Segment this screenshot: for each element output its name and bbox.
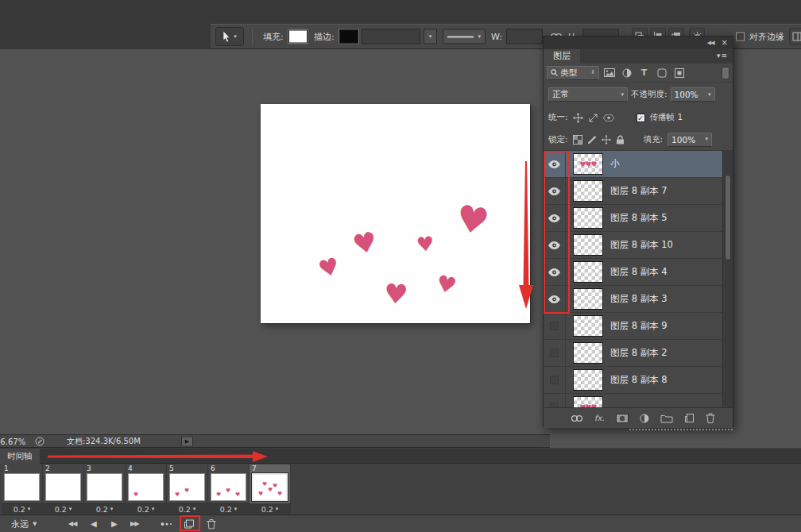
tween-button[interactable] bbox=[161, 521, 173, 527]
animation-frame-1[interactable]: 10.2▾ bbox=[2, 465, 43, 515]
layer-thumbnail[interactable] bbox=[573, 288, 603, 310]
workspace-panel-icon[interactable] bbox=[789, 28, 801, 45]
previous-frame-button[interactable]: ◀ bbox=[91, 520, 97, 528]
frame-delay-dropdown[interactable]: 0.2▾ bbox=[250, 503, 290, 515]
status-options-arrow-button[interactable]: ▶ bbox=[181, 436, 193, 446]
next-frame-button[interactable]: ▶▶ bbox=[130, 521, 138, 527]
document-size-info[interactable]: 文档:324.3K/6.50M bbox=[67, 436, 141, 447]
layer-row[interactable]: 图层 8 副本 5 bbox=[544, 205, 733, 232]
layer-row[interactable]: 图层 8 副本 9 bbox=[544, 313, 733, 340]
animation-frame-3[interactable]: 30.2▾ bbox=[84, 465, 126, 515]
layer-thumbnail[interactable] bbox=[573, 180, 603, 202]
animation-frame-5[interactable]: 5♥♥0.2▾ bbox=[167, 465, 208, 515]
animation-frame-7[interactable]: 7♥♥♥♥♥0.2▾ bbox=[250, 465, 291, 515]
layer-row[interactable]: ♥♥♥ bbox=[544, 394, 733, 407]
filter-type-dropdown[interactable]: 类型 ⇕ bbox=[547, 66, 599, 80]
frame-thumbnail[interactable] bbox=[4, 473, 40, 501]
zoom-level-value[interactable]: 16.67% bbox=[0, 437, 25, 445]
layer-thumbnail[interactable] bbox=[573, 342, 603, 364]
layers-scrollbar[interactable] bbox=[722, 151, 733, 407]
panel-titlebar: ◀◀ × bbox=[544, 37, 733, 49]
lock-transparency-icon[interactable] bbox=[573, 135, 582, 145]
new-layer-icon[interactable] bbox=[684, 413, 695, 423]
new-group-folder-icon[interactable] bbox=[660, 414, 673, 423]
scrollbar-thumb[interactable] bbox=[725, 175, 731, 260]
panel-resize-grip[interactable] bbox=[629, 429, 733, 430]
layer-thumbnail[interactable] bbox=[573, 234, 603, 256]
delete-frame-trash-icon[interactable] bbox=[207, 519, 216, 529]
adjustment-filter-icon[interactable] bbox=[619, 66, 634, 80]
smart-object-filter-icon[interactable] bbox=[671, 66, 687, 80]
layer-thumbnail[interactable] bbox=[573, 207, 603, 229]
layer-thumbnail[interactable]: ♥♥♥ bbox=[573, 153, 603, 175]
frame-thumbnail[interactable]: ♥♥ bbox=[169, 473, 205, 501]
unify-transform-icon[interactable] bbox=[588, 113, 598, 123]
frame-delay-dropdown[interactable]: 0.2▾ bbox=[208, 503, 249, 515]
link-layers-icon[interactable] bbox=[571, 414, 583, 422]
layer-thumbnail[interactable]: ♥♥♥ bbox=[573, 396, 603, 407]
layer-visibility-toggle[interactable] bbox=[544, 313, 566, 339]
stroke-width-field[interactable] bbox=[362, 29, 420, 44]
fill-dropdown[interactable]: 100%▾ bbox=[668, 133, 712, 147]
panel-menu-icon[interactable]: ▾≡ bbox=[717, 52, 728, 60]
first-frame-button[interactable]: ◀◀ bbox=[68, 521, 76, 527]
pixel-filter-icon[interactable] bbox=[602, 66, 617, 80]
stroke-color-swatch[interactable] bbox=[339, 30, 358, 44]
path-selection-tool-button[interactable]: ▾ bbox=[215, 27, 244, 46]
frame-delay-dropdown[interactable]: 0.2▾ bbox=[43, 503, 83, 515]
layer-row[interactable]: ♥♥♥小 bbox=[544, 151, 733, 178]
layer-thumbnail[interactable] bbox=[573, 315, 603, 337]
shape-filter-icon[interactable] bbox=[654, 66, 669, 80]
animation-frame-2[interactable]: 20.2▾ bbox=[43, 465, 84, 515]
frame-thumbnail[interactable] bbox=[45, 473, 81, 501]
collapse-panel-icon[interactable]: ◀◀ bbox=[707, 40, 714, 46]
layer-row[interactable]: 图层 8 副本 10 bbox=[544, 232, 733, 259]
frame-delay-dropdown[interactable]: 0.2▾ bbox=[2, 503, 42, 515]
layer-thumbnail[interactable] bbox=[573, 369, 603, 391]
stroke-width-dropdown[interactable]: ▾ bbox=[424, 29, 437, 44]
frame-delay-dropdown[interactable]: 0.2▾ bbox=[126, 503, 166, 515]
loop-count-dropdown[interactable]: 永远 ▼ bbox=[11, 518, 37, 530]
frame-thumbnail[interactable]: ♥ bbox=[128, 473, 164, 501]
fill-color-swatch[interactable] bbox=[288, 30, 308, 44]
play-button[interactable]: ▶ bbox=[111, 520, 118, 528]
layer-row[interactable]: 图层 8 副本 2 bbox=[544, 340, 733, 367]
shape-width-input[interactable] bbox=[506, 29, 543, 44]
delete-layer-trash-icon[interactable] bbox=[706, 413, 715, 423]
frame-delay-dropdown[interactable]: 0.2▾ bbox=[167, 503, 207, 515]
layer-visibility-toggle[interactable] bbox=[544, 340, 566, 366]
close-panel-icon[interactable]: × bbox=[722, 39, 728, 47]
layer-row[interactable]: 图层 8 副本 4 bbox=[544, 259, 733, 286]
animation-frame-6[interactable]: 6♥♥♥0.2▾ bbox=[208, 465, 250, 515]
stroke-type-dropdown[interactable]: ▾ bbox=[443, 29, 486, 44]
layer-visibility-toggle[interactable] bbox=[544, 367, 566, 393]
lock-pixels-brush-icon[interactable] bbox=[587, 135, 597, 145]
frame-delay-dropdown[interactable]: 0.2▾ bbox=[84, 503, 125, 515]
layer-style-fx-icon[interactable]: fx. bbox=[594, 414, 605, 422]
frame-thumbnail[interactable] bbox=[87, 473, 122, 501]
filtering-on-off-toggle[interactable] bbox=[722, 67, 729, 79]
unify-position-icon[interactable] bbox=[573, 113, 583, 123]
canvas-document[interactable]: ♥♥♥♥♥♥ bbox=[261, 104, 530, 323]
align-edges-checkbox[interactable] bbox=[736, 33, 745, 41]
layer-thumbnail[interactable] bbox=[573, 261, 603, 283]
frame-thumbnail[interactable]: ♥♥♥ bbox=[211, 473, 246, 501]
opacity-dropdown[interactable]: 100%▾ bbox=[671, 87, 715, 102]
blend-mode-dropdown[interactable]: 正常▾ bbox=[548, 87, 628, 102]
unify-visibility-icon[interactable] bbox=[603, 114, 614, 121]
lock-position-icon[interactable] bbox=[602, 135, 611, 145]
layer-visibility-toggle[interactable] bbox=[544, 394, 566, 407]
animation-frame-4[interactable]: 4♥0.2▾ bbox=[126, 465, 167, 515]
propagate-frame-checkbox[interactable]: ✓ bbox=[637, 114, 645, 122]
layer-row[interactable]: 图层 8 副本 8 bbox=[544, 367, 733, 394]
layer-row[interactable]: 图层 8 副本 7 bbox=[544, 178, 733, 205]
tab-timeline[interactable]: 时间轴 bbox=[0, 449, 40, 464]
new-adjustment-layer-icon[interactable] bbox=[640, 414, 649, 423]
type-filter-icon[interactable]: T bbox=[637, 66, 652, 80]
tab-layers[interactable]: 图层 bbox=[544, 49, 580, 64]
frame-thumbnail[interactable]: ♥♥♥♥♥ bbox=[252, 473, 288, 501]
layer-row[interactable]: 图层 8 副本 3 bbox=[544, 286, 733, 313]
add-layer-mask-icon[interactable] bbox=[616, 414, 629, 423]
lock-all-icon[interactable] bbox=[616, 135, 625, 145]
fill-label: 填充: bbox=[263, 31, 284, 43]
